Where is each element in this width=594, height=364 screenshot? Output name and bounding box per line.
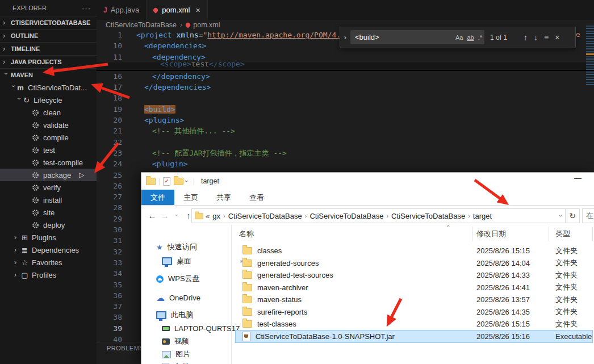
ribbon-tab-2[interactable]: 主页 xyxy=(174,190,207,205)
nav-item-star-0[interactable]: ★快速访问 xyxy=(156,241,241,253)
maven-goal-site[interactable]: site xyxy=(0,206,97,219)
ribbon-tab-4[interactable]: 查看 xyxy=(240,190,273,205)
tab-pom-xml[interactable]: pom.xml× xyxy=(147,0,207,20)
regex-icon[interactable]: .* xyxy=(478,34,482,41)
nav-item-doc-8[interactable]: 文档 xyxy=(162,361,247,364)
java-file-icon: J xyxy=(103,6,107,14)
tab-app-java[interactable]: JApp.java xyxy=(97,0,147,20)
maven-goal-test[interactable]: test xyxy=(0,144,97,156)
forward-button[interactable]: → xyxy=(158,211,171,220)
path-segment-CtiServiceToDataBase[interactable]: CtiServiceToDataBase xyxy=(228,212,302,220)
find-in-selection-icon[interactable]: ≡ xyxy=(544,33,549,42)
pom-pin-icon xyxy=(185,22,191,28)
sort-ascending-icon: ^ xyxy=(447,224,450,231)
tab-close-icon[interactable]: × xyxy=(195,6,200,15)
maven-goal-package[interactable]: package▷ xyxy=(0,169,97,181)
recent-locations-chevron-icon[interactable]: › xyxy=(174,212,179,219)
nav-item-pic-7[interactable]: 图片 xyxy=(162,348,247,361)
refresh-button[interactable]: ↻ xyxy=(565,208,580,223)
maven-lifecycle-item[interactable]: ›↻Lifecycle xyxy=(0,94,97,106)
file-row-surefire-reports[interactable]: surefire-reports2025/8/26 14:35文件夹 xyxy=(236,306,592,319)
line-number: 22 xyxy=(97,137,122,148)
column-header-name[interactable]: 名称 xyxy=(239,229,254,239)
explorer-section-maven[interactable]: ›MAVEN xyxy=(0,68,97,81)
file-row-generated-test-sources[interactable]: generated-test-sources2025/8/26 14:33文件夹 xyxy=(236,269,592,282)
match-case-icon[interactable]: Aa xyxy=(455,34,463,41)
panel-tab-problems[interactable]: PROBLEMS xyxy=(107,345,144,352)
ribbon-tab-3[interactable]: 共享 xyxy=(207,190,240,205)
nav-item-vid-6[interactable]: 视频 xyxy=(162,335,247,348)
explorer-title-bar: | ✓ › | target — xyxy=(141,173,594,190)
window-folder-icon xyxy=(146,178,156,185)
path-segment-target[interactable]: target xyxy=(473,212,492,220)
explorer-section-ctiservicetodatabase[interactable]: ›CTISERVICETODATABASE xyxy=(0,16,97,29)
explorer-section-timeline[interactable]: ›TIMELINE xyxy=(0,42,97,55)
maven-goal-compile[interactable]: compile xyxy=(0,131,97,144)
chevron-right-icon: › xyxy=(14,271,20,279)
find-close-icon[interactable]: × xyxy=(555,33,559,42)
line-content: <!-- 配置JAR打包插件，指定主类 --> xyxy=(152,148,287,158)
file-row-maven-status[interactable]: maven-status2025/8/26 13:57文件夹 xyxy=(236,294,592,306)
whole-word-icon[interactable]: ab xyxy=(467,34,474,41)
editor-tab-bar: JApp.javapom.xml× xyxy=(97,0,594,20)
maven-goal-deploy[interactable]: deploy xyxy=(0,219,97,231)
back-button[interactable]: ← xyxy=(146,211,158,220)
star-icon: ★ xyxy=(156,243,163,252)
profiles-icon: ▢ xyxy=(20,271,30,279)
run-goal-icon[interactable]: ▷ xyxy=(79,171,84,179)
column-header-date[interactable]: 修改日期 xyxy=(476,229,506,239)
maven-group-dependencies[interactable]: ›≣Dependencies xyxy=(0,244,97,256)
maven-group-favorites[interactable]: ›☆Favorites xyxy=(0,256,97,269)
explorer-section-outline[interactable]: ›OUTLINE xyxy=(0,29,97,42)
breadcrumb-project[interactable]: CtiServiceToDataBase xyxy=(106,21,177,29)
minimize-button[interactable]: — xyxy=(574,174,582,182)
explorer-section-java-projects[interactable]: ›JAVA PROJECTS xyxy=(0,55,97,68)
maven-goal-clean[interactable]: clean xyxy=(0,106,97,119)
find-match-highlight: <build> xyxy=(144,105,175,114)
path-overflow[interactable]: « xyxy=(206,212,210,220)
path-segment-CtiServiceToDataBase[interactable]: CtiServiceToDataBase xyxy=(309,212,383,220)
file-row-maven-archiver[interactable]: maven-archiver2025/8/26 14:41文件夹 xyxy=(236,282,592,294)
maven-goal-test-compile[interactable]: test-compile xyxy=(0,156,97,169)
find-next-icon[interactable]: ↓ xyxy=(534,33,538,42)
line-number: 11 xyxy=(97,52,122,62)
find-input[interactable]: <build> Aa ab .* xyxy=(350,30,484,44)
maven-goal-verify[interactable]: verify xyxy=(0,181,97,194)
address-dropdown-chevron-icon[interactable]: › xyxy=(558,215,564,217)
find-previous-icon[interactable]: ↑ xyxy=(524,33,528,42)
chevron-right-icon: › xyxy=(3,45,9,53)
maven-goal-install[interactable]: install xyxy=(0,194,97,206)
find-toggle-replace-icon[interactable]: › xyxy=(340,33,350,41)
quick-access-newfolder-icon[interactable] xyxy=(174,178,183,185)
breadcrumb-file[interactable]: pom.xml xyxy=(193,21,220,29)
file-row-CtiServiceToDataBase-1.0-SNAPSHOT.jar[interactable]: CtiServiceToDataBase-1.0-SNAPSHOT.jar202… xyxy=(236,330,592,343)
ribbon-tab-1[interactable]: 文件 xyxy=(141,190,174,205)
path-chevron-icon: › xyxy=(223,212,225,219)
nav-item-wps-2[interactable]: WPS云盘 xyxy=(156,273,241,285)
nav-item-cloud-3[interactable]: ☁OneDrive xyxy=(156,291,241,304)
minimap[interactable] xyxy=(586,26,594,85)
address-bar[interactable]: « gx›CtiServiceToDataBase›CtiServiceToDa… xyxy=(191,208,567,223)
column-header-type[interactable]: 类型 xyxy=(555,229,570,239)
path-segment-CtiServiceToDataBase[interactable]: CtiServiceToDataBase xyxy=(391,212,465,220)
chevron-right-icon: › xyxy=(14,246,20,254)
file-row-classes[interactable]: classes2025/8/26 15:15文件夹 xyxy=(236,245,592,257)
line-number: 23 xyxy=(97,148,122,158)
customize-toolbar-chevron-icon[interactable]: › xyxy=(183,180,190,182)
nav-item-mon-1[interactable]: 桌面✦ xyxy=(162,255,247,267)
maven-project-item[interactable]: ›mCtiServiceToDat... xyxy=(0,81,97,94)
nav-item-lap-5[interactable]: LAPTOP-QURTS17 xyxy=(162,322,247,334)
file-row-generated-sources[interactable]: generated-sources2025/8/26 14:04文件夹 xyxy=(236,257,592,270)
path-segment-gx[interactable]: gx xyxy=(212,212,220,220)
line-content: <plugins> xyxy=(144,115,184,125)
quick-access-properties-icon[interactable]: ✓ xyxy=(163,177,170,186)
maven-goal-validate[interactable]: validate xyxy=(0,119,97,131)
nav-label: 图片 xyxy=(175,349,190,359)
maven-group-plugins[interactable]: ›⊞Plugins xyxy=(0,231,97,244)
explorer-search-box[interactable]: 在 xyxy=(582,208,594,223)
file-row-test-classes[interactable]: test-classes2025/8/26 15:15文件夹 xyxy=(236,318,592,330)
gear-icon xyxy=(31,121,40,129)
nav-item-mon-4[interactable]: 此电脑 xyxy=(156,309,241,321)
more-actions-icon[interactable]: ··· xyxy=(82,4,91,12)
maven-group-profiles[interactable]: ›▢Profiles xyxy=(0,269,97,281)
